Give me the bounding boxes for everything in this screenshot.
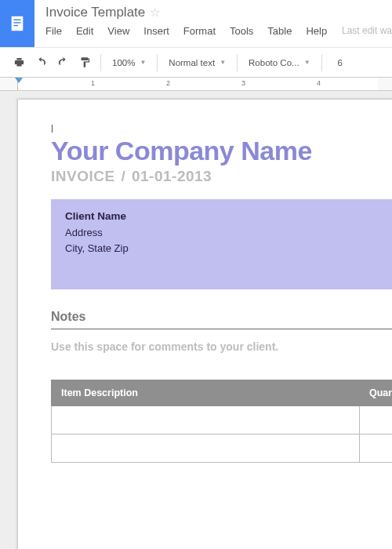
docs-logo[interactable]	[0, 0, 34, 47]
paint-roller-icon	[79, 56, 91, 68]
indent-marker-icon[interactable]	[15, 78, 23, 83]
app-header: Invoice Template ☆ File Edit View Insert…	[0, 0, 392, 47]
paragraph-style-combo[interactable]: Normal text ▼	[162, 58, 232, 67]
document-canvas[interactable]: | Your Company Name INVOICE / 01-01-2013…	[0, 91, 392, 549]
chevron-down-icon: ▼	[140, 59, 146, 66]
client-city: City, State Zip	[65, 242, 392, 254]
separator	[100, 54, 101, 71]
toolbar: 100% ▼ Normal text ▼ Roboto Co... ▼ 6	[0, 47, 392, 78]
items-table[interactable]: Item Description Quantit	[51, 380, 392, 463]
undo-button[interactable]	[30, 53, 52, 73]
page[interactable]: | Your Company Name INVOICE / 01-01-2013…	[17, 99, 392, 549]
menu-help[interactable]: Help	[306, 25, 327, 37]
ruler-mark: 3	[241, 79, 245, 87]
table-row[interactable]	[52, 434, 393, 463]
font-value: Roboto Co...	[249, 58, 299, 67]
separator	[157, 54, 158, 71]
col-quantity: Quantit	[360, 380, 393, 406]
ruler-mark: 2	[166, 79, 170, 87]
company-name-heading[interactable]: Your Company Name	[51, 136, 392, 166]
notes-placeholder[interactable]: Use this space for comments to your clie…	[51, 340, 392, 353]
chevron-down-icon: ▼	[304, 59, 310, 66]
notes-heading[interactable]: Notes	[51, 310, 392, 324]
paragraph-style-value: Normal text	[169, 58, 215, 67]
print-icon	[13, 56, 25, 68]
zoom-combo[interactable]: 100% ▼	[106, 58, 152, 67]
horizontal-rule	[51, 329, 392, 329]
print-button[interactable]	[8, 53, 30, 73]
svg-rect-3	[13, 25, 18, 26]
doc-title[interactable]: Invoice Template	[45, 5, 145, 20]
client-address: Address	[65, 227, 392, 238]
horizontal-ruler[interactable]: 1 2 3 4	[0, 78, 392, 91]
font-combo[interactable]: Roboto Co... ▼	[242, 58, 317, 67]
table-header-row: Item Description Quantit	[52, 380, 393, 406]
table-row[interactable]	[52, 406, 393, 434]
svg-rect-2	[13, 22, 20, 23]
undo-icon	[35, 56, 47, 68]
invoice-label: INVOICE	[51, 168, 115, 184]
menu-table[interactable]: Table	[267, 25, 292, 37]
star-icon[interactable]: ☆	[150, 5, 160, 20]
client-name: Client Name	[65, 210, 392, 222]
chevron-down-icon: ▼	[220, 59, 226, 66]
menu-bar: File Edit View Insert Format Tools Table…	[45, 25, 392, 37]
menu-insert[interactable]: Insert	[143, 25, 169, 37]
menu-view[interactable]: View	[107, 25, 129, 37]
menu-tools[interactable]: Tools	[230, 25, 253, 37]
ruler-mark: 1	[91, 79, 95, 87]
svg-rect-0	[12, 16, 24, 31]
invoice-date: 01-01-2013	[132, 168, 212, 184]
last-edit-label: Last edit wa	[342, 25, 392, 37]
redo-icon	[57, 56, 69, 68]
menu-file[interactable]: File	[45, 25, 62, 37]
zoom-value: 100%	[112, 58, 135, 67]
invoice-subheading[interactable]: INVOICE / 01-01-2013	[51, 168, 392, 185]
client-info-box[interactable]: Client Name Address City, State Zip	[51, 199, 392, 289]
font-size-combo[interactable]: 6	[327, 58, 354, 67]
separator	[237, 54, 238, 71]
menu-edit[interactable]: Edit	[76, 25, 93, 37]
ruler-mark: 4	[317, 79, 321, 87]
paint-format-button[interactable]	[74, 53, 96, 73]
col-item-description: Item Description	[52, 380, 360, 406]
separator	[321, 54, 322, 71]
svg-rect-1	[13, 20, 20, 20]
text-cursor: |	[51, 123, 392, 133]
menu-format[interactable]: Format	[183, 25, 216, 37]
font-size-value: 6	[338, 58, 343, 67]
docs-logo-icon	[9, 15, 26, 32]
redo-button[interactable]	[52, 53, 74, 73]
separator-slash: /	[121, 168, 125, 184]
